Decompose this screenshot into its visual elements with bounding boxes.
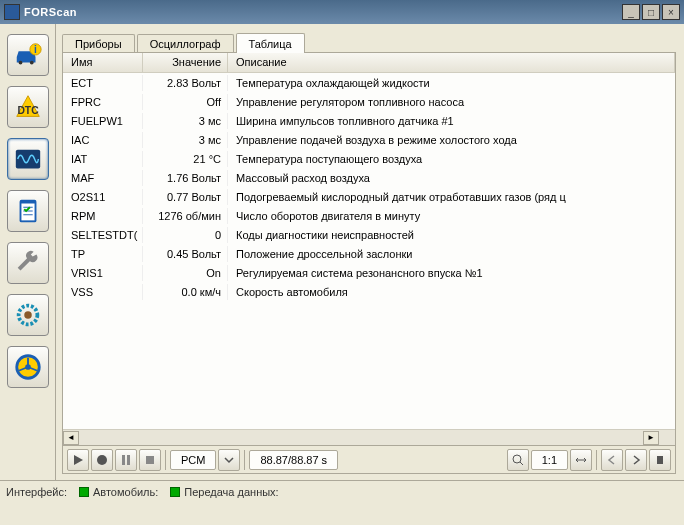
dtc-warning-icon: DTC (13, 92, 43, 122)
cell-name: SELTESTDT( (63, 227, 143, 243)
table-row[interactable]: VRIS1OnРегулируемая система резонансного… (63, 263, 675, 282)
cell-value: 0.77 Вольт (143, 189, 228, 205)
cell-desc: Подогреваемый кислородный датчик отработ… (228, 189, 675, 205)
sidebar-settings-button[interactable] (7, 294, 49, 336)
fit-icon (574, 453, 588, 467)
cell-desc: Скорость автомобиля (228, 284, 675, 300)
svg-rect-5 (15, 150, 39, 169)
table-row[interactable]: O2S110.77 ВольтПодогреваемый кислородный… (63, 187, 675, 206)
table-row[interactable]: FUELPW13 мсШирина импульсов топливного д… (63, 111, 675, 130)
svg-text:i: i (34, 44, 37, 55)
zoom-button[interactable] (507, 449, 529, 471)
wrench-icon (13, 248, 43, 278)
table-row[interactable]: FPRCOffУправление регулятором топливного… (63, 92, 675, 111)
cell-desc: Положение дроссельной заслонки (228, 246, 675, 262)
cell-value: 2.83 Вольт (143, 75, 228, 91)
svg-point-0 (18, 61, 22, 65)
minimize-button[interactable]: _ (622, 4, 640, 20)
cell-name: ECT (63, 75, 143, 91)
tab-instruments[interactable]: Приборы (62, 34, 135, 52)
cell-desc: Управление регулятором топливного насоса (228, 94, 675, 110)
table-row[interactable]: MAF1.76 ВольтМассовый расход воздуха (63, 168, 675, 187)
zoom-fit-button[interactable] (570, 449, 592, 471)
cell-name: IAC (63, 132, 143, 148)
module-dropdown-button[interactable] (218, 449, 240, 471)
next-page-button[interactable] (625, 449, 647, 471)
col-value[interactable]: Значение (143, 53, 228, 72)
record-button[interactable] (91, 449, 113, 471)
scroll-track[interactable] (79, 431, 643, 445)
table-row[interactable]: ECT2.83 ВольтТемпература охлаждающей жид… (63, 73, 675, 92)
prev-page-button[interactable] (601, 449, 623, 471)
table-row[interactable]: SELTESTDT(0Коды диагностики неисправност… (63, 225, 675, 244)
table-row[interactable]: VSS0.0 км/чСкорость автомобиля (63, 282, 675, 301)
sidebar-dtc-button[interactable]: DTC (7, 86, 49, 128)
status-interface-label: Интерфейс: (6, 486, 67, 498)
cell-desc: Коды диагностики неисправностей (228, 227, 675, 243)
cell-value: 0.0 км/ч (143, 284, 228, 300)
svg-rect-13 (122, 455, 125, 465)
cell-desc: Ширина импульсов топливного датчика #1 (228, 113, 675, 129)
record-icon (95, 453, 109, 467)
cell-desc: Число оборотов двигателя в минуту (228, 208, 675, 224)
chevron-down-icon (222, 453, 236, 467)
sidebar-oscilloscope-button[interactable] (7, 138, 49, 180)
scroll-right-icon[interactable]: ► (643, 431, 659, 445)
cell-desc: Регулируемая система резонансного впуска… (228, 265, 675, 281)
led-interface-icon (79, 487, 89, 497)
svg-text:DTC: DTC (17, 105, 39, 116)
stop-icon (143, 453, 157, 467)
cell-name: VRIS1 (63, 265, 143, 281)
table-body: ECT2.83 ВольтТемпература охлаждающей жид… (63, 73, 675, 429)
pause-button[interactable] (115, 449, 137, 471)
cell-value: 3 мс (143, 113, 228, 129)
horizontal-scrollbar[interactable]: ◄ ► (63, 429, 675, 445)
scroll-left-icon[interactable]: ◄ (63, 431, 79, 445)
window-title: FORScan (24, 6, 620, 18)
svg-rect-7 (21, 204, 34, 221)
cell-name: TP (63, 246, 143, 262)
status-car-label: Автомобиль: (93, 486, 158, 498)
table-row[interactable]: IAC3 мсУправление подачей воздуха в режи… (63, 130, 675, 149)
car-info-icon: i (13, 40, 43, 70)
cell-name: RPM (63, 208, 143, 224)
sidebar-tests-button[interactable] (7, 190, 49, 232)
table-row[interactable]: IAT21 °CТемпература поступающего воздуха (63, 149, 675, 168)
marker-button[interactable] (649, 449, 671, 471)
gear-icon (13, 300, 43, 330)
maximize-button[interactable]: □ (642, 4, 660, 20)
sidebar-vehicle-button[interactable]: i (7, 34, 49, 76)
sidebar-help-button[interactable] (7, 346, 49, 388)
cell-name: IAT (63, 151, 143, 167)
svg-point-9 (24, 311, 32, 319)
play-icon (71, 453, 85, 467)
cell-value: 0 (143, 227, 228, 243)
next-icon (629, 453, 643, 467)
svg-rect-14 (127, 455, 130, 465)
status-bar: Интерфейс: Автомобиль: Передача данных: (0, 480, 684, 502)
cell-name: FUELPW1 (63, 113, 143, 129)
table-panel: Имя Значение Описание ECT2.83 ВольтТемпе… (62, 52, 676, 446)
time-indicator: 88.87/88.87 s (249, 450, 338, 470)
table-row[interactable]: RPM1276 об/минЧисло оборотов двигателя в… (63, 206, 675, 225)
cell-value: 21 °C (143, 151, 228, 167)
led-car-icon (170, 487, 180, 497)
marker-icon (653, 453, 667, 467)
app-icon (4, 4, 20, 20)
cell-desc: Управление подачей воздуха в режиме холо… (228, 132, 675, 148)
play-button[interactable] (67, 449, 89, 471)
cell-desc: Температура поступающего воздуха (228, 151, 675, 167)
tab-bar: Приборы Осциллограф Таблица (62, 30, 676, 52)
table-row[interactable]: TP0.45 ВольтПоложение дроссельной заслон… (63, 244, 675, 263)
tab-table[interactable]: Таблица (236, 33, 305, 53)
cell-desc: Массовый расход воздуха (228, 170, 675, 186)
close-button[interactable]: × (662, 4, 680, 20)
tab-oscillograph[interactable]: Осциллограф (137, 34, 234, 52)
stop-button[interactable] (139, 449, 161, 471)
pause-icon (119, 453, 133, 467)
col-name[interactable]: Имя (63, 53, 143, 72)
sidebar-service-button[interactable] (7, 242, 49, 284)
cell-name: O2S11 (63, 189, 143, 205)
col-desc[interactable]: Описание (228, 53, 675, 72)
svg-point-12 (97, 455, 107, 465)
